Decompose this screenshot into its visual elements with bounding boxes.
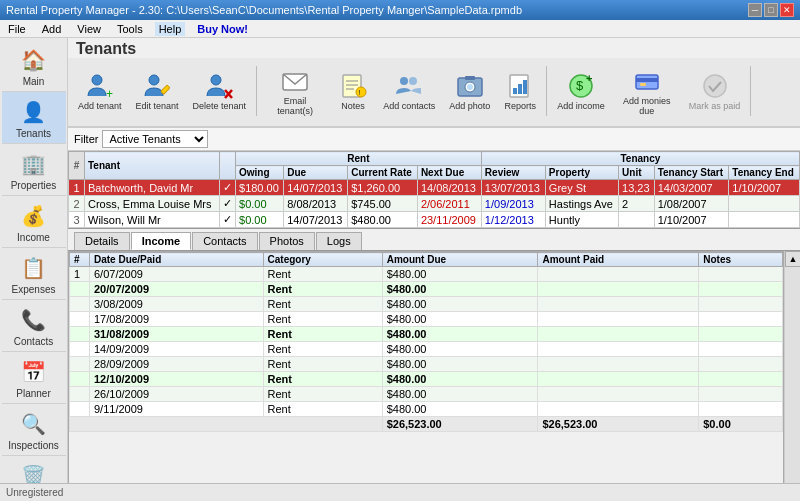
tenant-row-2[interactable]: 2 Cross, Emma Louise Mrs ✓ $0.00 8/08/20… [69, 196, 800, 212]
filter-select[interactable]: Active Tenants All Tenants Inactive Tena… [102, 130, 208, 148]
income-row[interactable]: 12/10/2009 Rent $480.00 [70, 372, 783, 387]
income-date: 9/11/2009 [90, 402, 264, 417]
tab-details[interactable]: Details [74, 232, 130, 250]
tab-logs[interactable]: Logs [316, 232, 362, 250]
tenant-num-2: 2 [69, 196, 85, 212]
income-amount-due: $480.00 [382, 372, 538, 387]
add-contacts-icon [393, 70, 425, 102]
income-category: Rent [263, 312, 382, 327]
menu-buynow[interactable]: Buy Now! [193, 22, 252, 36]
col-tenant: Tenant [85, 152, 220, 180]
menu-help[interactable]: Help [155, 22, 186, 36]
menu-tools[interactable]: Tools [113, 22, 147, 36]
tenant-review-1: 13/07/2013 [481, 180, 545, 196]
income-notes [699, 402, 783, 417]
svg-rect-3 [161, 85, 170, 94]
sidebar-item-expenses[interactable]: 📋 Expenses [2, 248, 66, 300]
menu-file[interactable]: File [4, 22, 30, 36]
tab-income[interactable]: Income [131, 232, 192, 250]
edit-tenant-button[interactable]: Edit tenant [130, 60, 185, 122]
reports-label: Reports [504, 102, 536, 112]
notes-icon: ! [337, 70, 369, 102]
income-notes [699, 297, 783, 312]
tenant-owing-2: $0.00 [236, 196, 284, 212]
email-tenant-button[interactable]: Email tenant(s) [261, 60, 329, 122]
income-notes [699, 282, 783, 297]
tab-contacts[interactable]: Contacts [192, 232, 257, 250]
tenant-start-3: 1/10/2007 [654, 212, 729, 228]
col-owing: Owing [236, 166, 284, 180]
tenant-active-3: ✓ [219, 212, 235, 228]
income-amount-paid [538, 282, 699, 297]
svg-text:+: + [106, 87, 113, 100]
add-photo-icon [454, 70, 486, 102]
tenant-end-2 [729, 196, 800, 212]
sidebar-item-main[interactable]: 🏠 Main [2, 40, 66, 92]
add-monies-due-button[interactable]: Add monies due [613, 60, 681, 122]
income-row[interactable]: 31/08/2009 Rent $480.00 [70, 327, 783, 342]
tenant-start-2: 1/08/2007 [654, 196, 729, 212]
tenant-rate-3: $480.00 [348, 212, 418, 228]
income-notes [699, 267, 783, 282]
income-amount-paid [538, 402, 699, 417]
minimize-button[interactable]: ─ [748, 3, 762, 17]
income-row[interactable]: 3/08/2009 Rent $480.00 [70, 297, 783, 312]
sidebar-label-tenants: Tenants [16, 128, 51, 139]
details-tabs: Details Income Contacts Photos Logs [68, 229, 800, 251]
income-row[interactable]: 20/07/2009 Rent $480.00 [70, 282, 783, 297]
income-amount-due: $480.00 [382, 327, 538, 342]
add-tenant-button[interactable]: + Add tenant [72, 60, 128, 122]
add-income-button[interactable]: $ + Add income [551, 60, 611, 122]
income-amount-paid [538, 357, 699, 372]
tenant-num-3: 3 [69, 212, 85, 228]
tenant-unit-2: 2 [619, 196, 655, 212]
tenant-nextdue-3: 23/11/2009 [417, 212, 481, 228]
sidebar-item-inspections[interactable]: 🔍 Inspections [2, 404, 66, 456]
add-photo-button[interactable]: Add photo [443, 60, 496, 122]
contacts-icon: 📞 [18, 304, 50, 336]
sidebar-item-tenants[interactable]: 👤 Tenants [2, 92, 66, 144]
income-amount-paid [538, 342, 699, 357]
income-num [70, 297, 90, 312]
edit-tenant-label: Edit tenant [136, 102, 179, 112]
income-date: 28/09/2009 [90, 357, 264, 372]
income-row[interactable]: 1 6/07/2009 Rent $480.00 [70, 267, 783, 282]
vertical-scrollbar[interactable]: ▲ ▼ [784, 251, 800, 501]
titlebar: Rental Property Manager - 2.30: C:\Users… [0, 0, 800, 20]
reports-button[interactable]: Reports [498, 60, 542, 122]
income-totals-row: $26,523.00 $26,523.00 $0.00 [70, 417, 783, 432]
svg-point-4 [211, 75, 221, 85]
menu-add[interactable]: Add [38, 22, 66, 36]
menu-view[interactable]: View [73, 22, 105, 36]
scroll-up-button[interactable]: ▲ [785, 251, 800, 267]
add-monies-due-label: Add monies due [619, 97, 675, 117]
income-amount-paid [538, 267, 699, 282]
maximize-button[interactable]: □ [764, 3, 778, 17]
sidebar-item-income[interactable]: 💰 Income [2, 196, 66, 248]
tenant-row-3[interactable]: 3 Wilson, Will Mr ✓ $0.00 14/07/2013 $48… [69, 212, 800, 228]
toolbar: + Add tenant Edit tenant [68, 58, 800, 128]
statusbar: Unregistered [0, 483, 800, 501]
notes-button[interactable]: ! Notes [331, 60, 375, 122]
sidebar-item-planner[interactable]: 📅 Planner [2, 352, 66, 404]
tenant-row-1[interactable]: 1 Batchworth, David Mr ✓ $180.00 14/07/2… [69, 180, 800, 196]
sidebar-label-properties: Properties [11, 180, 57, 191]
svg-point-14 [400, 77, 408, 85]
income-row[interactable]: 17/08/2009 Rent $480.00 [70, 312, 783, 327]
income-num [70, 357, 90, 372]
income-num [70, 327, 90, 342]
sidebar-item-properties[interactable]: 🏢 Properties [2, 144, 66, 196]
sidebar-item-contacts[interactable]: 📞 Contacts [2, 300, 66, 352]
income-row[interactable]: 28/09/2009 Rent $480.00 [70, 357, 783, 372]
add-contacts-button[interactable]: Add contacts [377, 60, 441, 122]
mark-as-paid-button[interactable]: Mark as paid [683, 60, 747, 122]
income-row[interactable]: 14/09/2009 Rent $480.00 [70, 342, 783, 357]
income-notes [699, 357, 783, 372]
tab-photos[interactable]: Photos [259, 232, 315, 250]
income-row[interactable]: 9/11/2009 Rent $480.00 [70, 402, 783, 417]
delete-tenant-button[interactable]: Delete tenant [187, 60, 253, 122]
income-row[interactable]: 26/10/2009 Rent $480.00 [70, 387, 783, 402]
tenants-section: # Tenant Rent Tenancy Owing Due Current … [68, 151, 800, 229]
tenant-owing-1: $180.00 [236, 180, 284, 196]
close-button[interactable]: ✕ [780, 3, 794, 17]
